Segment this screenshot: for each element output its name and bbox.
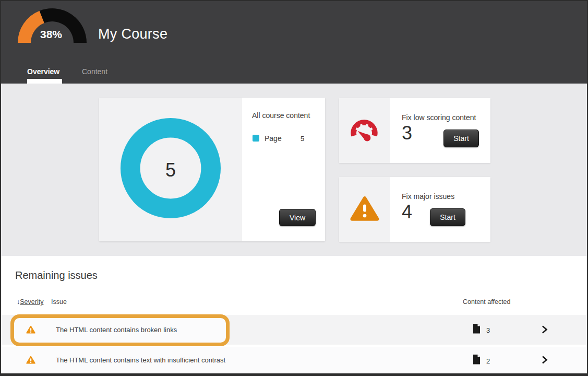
start-low-scoring-button[interactable]: Start: [443, 130, 479, 147]
tab-overview[interactable]: Overview: [27, 67, 59, 76]
column-header-content-affected: Content affected: [463, 298, 511, 306]
issue-row-broken-links[interactable]: The HTML content contains broken links 3: [1, 315, 588, 345]
page-icon: [473, 355, 481, 365]
content-affected-count: 3: [486, 326, 490, 334]
active-tab-indicator: [27, 79, 62, 84]
section-title: Remaining issues: [15, 269, 98, 281]
chevron-right-icon[interactable]: [542, 325, 548, 334]
card-title: Fix major issues: [402, 192, 454, 201]
warning-triangle-icon: [350, 195, 379, 222]
course-content-card: 5 All course content Page 5 View: [99, 98, 325, 241]
issue-description: The HTML content contains text with insu…: [56, 356, 225, 364]
view-button[interactable]: View: [279, 209, 316, 226]
severity-label: Severity: [20, 298, 43, 306]
content-affected-count: 2: [486, 357, 490, 365]
issue-description: The HTML content contains broken links: [56, 326, 177, 334]
score-percent: 38%: [31, 28, 71, 41]
column-header-severity[interactable]: ↓Severity: [17, 298, 43, 306]
tab-content[interactable]: Content: [82, 67, 107, 76]
low-scoring-count: 3: [402, 122, 412, 144]
chevron-right-icon[interactable]: [542, 356, 548, 364]
warning-triangle-icon: [26, 356, 35, 364]
icon-pane: [339, 98, 390, 163]
icon-pane: [339, 177, 390, 242]
legend-label-page: Page: [265, 134, 282, 143]
major-issues-card: Fix major issues 4 Start: [339, 177, 490, 242]
warning-triangle-icon: [26, 325, 35, 334]
page-title: My Course: [98, 26, 167, 42]
start-major-issues-button[interactable]: Start: [430, 208, 465, 226]
issue-row-insufficient-contrast[interactable]: The HTML content contains text with insu…: [1, 347, 588, 373]
column-header-issue: Issue: [51, 298, 67, 306]
speedometer-icon: [349, 115, 379, 143]
donut-total: 5: [99, 159, 242, 181]
page-icon: [473, 324, 481, 334]
legend-swatch-page: [253, 135, 259, 142]
card-title: All course content: [252, 111, 310, 120]
card-title: Fix low scoring content: [402, 113, 476, 122]
donut-chart-pane: 5: [99, 98, 242, 241]
legend-value-page: 5: [301, 135, 304, 143]
app-window: 38% My Course Overview Content 5 All cou…: [0, 0, 588, 376]
major-issues-count: 4: [402, 201, 412, 223]
low-scoring-card: Fix low scoring content 3 Start: [339, 98, 490, 163]
app-header: 38% My Course Overview Content: [1, 1, 587, 84]
